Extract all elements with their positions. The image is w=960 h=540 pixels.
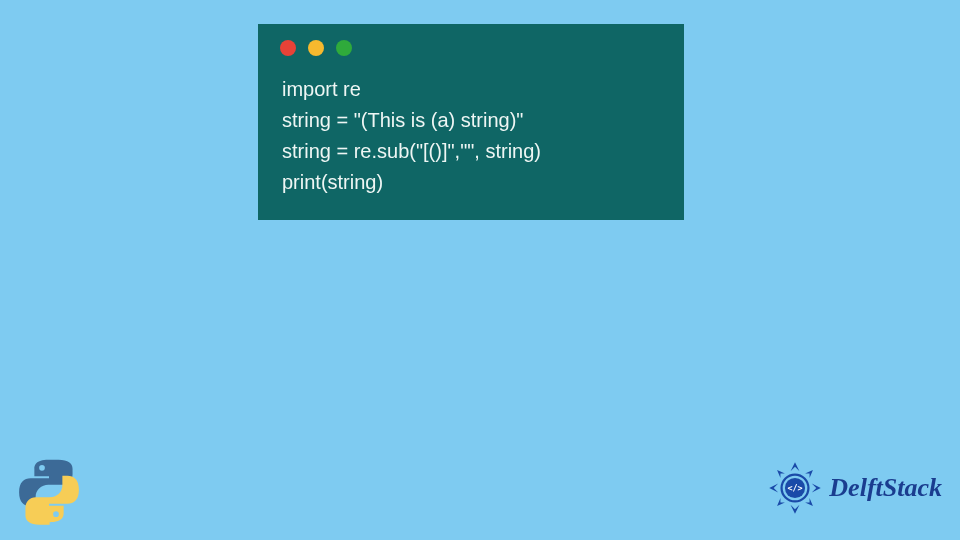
brand-mark-icon: </> — [767, 460, 823, 516]
maximize-icon — [336, 40, 352, 56]
code-block: import re string = "(This is (a) string)… — [276, 74, 666, 198]
svg-marker-3 — [812, 484, 821, 493]
code-window: import re string = "(This is (a) string)… — [258, 24, 684, 220]
svg-marker-5 — [805, 470, 813, 478]
window-controls — [276, 36, 666, 56]
svg-marker-7 — [805, 498, 813, 506]
python-logo-icon — [14, 456, 84, 526]
svg-marker-1 — [791, 505, 800, 514]
svg-marker-2 — [770, 484, 779, 493]
svg-marker-0 — [791, 462, 800, 471]
code-line: string = re.sub("[()]","", string) — [282, 136, 666, 167]
brand-name: DelftStack — [829, 473, 942, 503]
code-line: print(string) — [282, 167, 666, 198]
svg-marker-4 — [777, 470, 785, 478]
svg-marker-6 — [777, 498, 785, 506]
code-line: import re — [282, 74, 666, 105]
brand-logo: </> DelftStack — [767, 460, 942, 516]
code-line: string = "(This is (a) string)" — [282, 105, 666, 136]
svg-text:</>: </> — [788, 483, 803, 493]
close-icon — [280, 40, 296, 56]
minimize-icon — [308, 40, 324, 56]
